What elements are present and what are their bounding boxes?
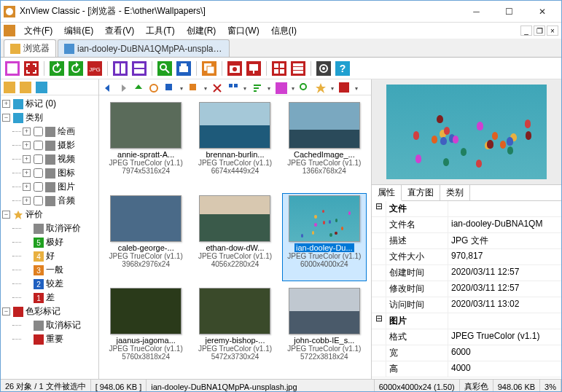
- tree-checkbox[interactable]: [34, 154, 43, 164]
- slideshow-button[interactable]: [245, 60, 262, 77]
- layout2-button[interactable]: [130, 60, 148, 77]
- tree-rating-item[interactable]: 1差: [1, 291, 98, 305]
- menu-window[interactable]: 窗口(W): [222, 23, 265, 39]
- menu-view[interactable]: 查看(V): [99, 23, 140, 39]
- tree-rating-item[interactable]: 4好: [1, 249, 98, 263]
- tree-categories[interactable]: −类别: [1, 111, 98, 125]
- thumbnail-item[interactable]: ethan-dow-dW... JPEG TrueColor (v1.1) 40…: [192, 193, 277, 282]
- tree-home-button[interactable]: [2, 81, 17, 94]
- thumbnail-grid[interactable]: annie-spratt-A... JPEG TrueColor (v1.1) …: [99, 95, 371, 379]
- tag-button[interactable]: [337, 81, 360, 95]
- multipage-button[interactable]: [200, 60, 218, 77]
- tree-fav-button[interactable]: [18, 81, 33, 94]
- tree-rating-item[interactable]: 3一般: [1, 263, 98, 277]
- mdi-restore[interactable]: ❐: [534, 26, 545, 36]
- tree-item-label: 差: [46, 291, 97, 304]
- close-button[interactable]: ✕: [526, 1, 558, 22]
- tree-cat-item[interactable]: +图片: [1, 180, 98, 194]
- tree-color-item[interactable]: 取消标记: [1, 318, 98, 332]
- capture-button[interactable]: [226, 60, 243, 77]
- tree-checkbox[interactable]: [34, 141, 43, 150]
- filter-button[interactable]: [273, 81, 297, 95]
- thumbnail-item[interactable]: ian-dooley-Du... JPEG TrueColor (v1.1) 6…: [282, 193, 367, 282]
- tree-checkbox[interactable]: [34, 182, 43, 192]
- menu-file[interactable]: 文件(F): [18, 23, 58, 39]
- prop-tab-categories[interactable]: 类别: [440, 185, 470, 200]
- nav-up-button[interactable]: [131, 81, 146, 95]
- refresh-button[interactable]: [147, 81, 161, 95]
- status-size1: [ 948.06 KB ]: [91, 380, 147, 392]
- tree-tags[interactable]: +标记 (0): [1, 97, 98, 111]
- tree-item-label: 取消标记: [46, 319, 97, 332]
- stack-view-button[interactable]: [289, 60, 307, 77]
- tab-browser[interactable]: 浏览器: [4, 39, 56, 57]
- jpeg-rotate-button[interactable]: JPG: [86, 60, 104, 77]
- preview-pane: [372, 79, 561, 185]
- tree-cat-item[interactable]: +音频: [1, 194, 98, 208]
- mdi-minimize[interactable]: _: [520, 26, 532, 36]
- mdi-close[interactable]: ×: [547, 26, 558, 36]
- grid-view-button[interactable]: [270, 60, 288, 77]
- nav-back-button[interactable]: [101, 81, 115, 95]
- minimize-button[interactable]: ─: [460, 1, 493, 22]
- thumbnail-item[interactable]: brennan-burlin... JPEG TrueColor (v1.1) …: [192, 100, 277, 189]
- svg-rect-54: [45, 154, 55, 165]
- svg-rect-56: [45, 182, 55, 192]
- sort-button[interactable]: [249, 81, 273, 95]
- prop-section-image[interactable]: ⊟图片: [372, 313, 561, 329]
- thumbnail-item[interactable]: CachedImage_... JPEG TrueColor (v1.1) 13…: [282, 100, 367, 189]
- svg-point-44: [322, 67, 325, 70]
- tab-file[interactable]: ian-dooley-DuBNA1QMpPA-unsplash....: [58, 39, 230, 57]
- menu-edit[interactable]: 编辑(E): [58, 23, 99, 39]
- rotate-right-button[interactable]: [67, 60, 85, 77]
- tree-cat-item[interactable]: +绘画: [1, 125, 98, 138]
- prop-tab-attrs[interactable]: 属性: [372, 185, 402, 201]
- view-mode-button[interactable]: [225, 81, 249, 95]
- menu-tools[interactable]: 工具(T): [140, 23, 180, 39]
- tree-checkbox[interactable]: [34, 127, 43, 136]
- search-button[interactable]: [156, 60, 173, 77]
- tree-cat-item[interactable]: +视频: [1, 152, 98, 166]
- tree-item-label: 绘画: [58, 125, 97, 138]
- print-button[interactable]: [175, 60, 192, 77]
- thumbnail-name: brennan-burlin...: [206, 150, 264, 159]
- tree-rating[interactable]: −评价: [1, 208, 98, 222]
- tree-color-item[interactable]: 重要: [1, 332, 98, 346]
- tree-color-label[interactable]: −色彩标记: [1, 305, 98, 318]
- fit-button[interactable]: [23, 60, 40, 77]
- tree-cat-item[interactable]: +图标: [1, 166, 98, 180]
- help-button[interactable]: ?: [334, 60, 351, 77]
- center-pane: annie-spratt-A... JPEG TrueColor (v1.1) …: [99, 79, 372, 379]
- delete-button[interactable]: [210, 81, 225, 95]
- category-icon: [45, 141, 55, 151]
- tree-cat-item[interactable]: +摄影: [1, 138, 98, 152]
- tree-tag-button[interactable]: [34, 81, 49, 94]
- prop-section-file[interactable]: ⊟文件: [372, 201, 561, 217]
- favorite-button[interactable]: [313, 81, 336, 95]
- tree-rating-item[interactable]: 5极好: [1, 235, 98, 249]
- copy-button[interactable]: [162, 81, 185, 95]
- thumbnail-name: caleb-george-...: [118, 243, 174, 252]
- thumbnail-item[interactable]: caleb-george-... JPEG TrueColor (v1.1) 3…: [104, 193, 188, 282]
- thumbnail-item[interactable]: jeremy-bishop-... JPEG TrueColor (v1.1) …: [192, 286, 277, 375]
- tree-checkbox[interactable]: [34, 196, 43, 205]
- menu-create[interactable]: 创建(R): [181, 23, 222, 39]
- rotate-left-button[interactable]: [48, 60, 66, 77]
- tree-rating-item[interactable]: 取消评价: [1, 222, 98, 235]
- thumbnail-dim: 5760x3818x24: [122, 353, 170, 361]
- fullscreen-button[interactable]: [4, 60, 21, 77]
- thumbnail-item[interactable]: annie-spratt-A... JPEG TrueColor (v1.1) …: [104, 100, 188, 189]
- maximize-button[interactable]: ☐: [493, 1, 526, 22]
- tree-rating-item[interactable]: 2较差: [1, 277, 98, 291]
- settings-button[interactable]: [315, 60, 332, 77]
- thumbnail-item[interactable]: jaanus-jagoma... JPEG TrueColor (v1.1) 5…: [104, 286, 188, 375]
- layout1-button[interactable]: [112, 60, 129, 77]
- tree-checkbox[interactable]: [34, 168, 43, 178]
- move-button[interactable]: [186, 81, 209, 95]
- nav-fwd-button[interactable]: [116, 81, 130, 95]
- thumbnail-item[interactable]: john-cobb-IE_s... JPEG TrueColor (v1.1) …: [282, 286, 367, 375]
- app-menu-icon: [4, 25, 15, 36]
- search-thumbs-button[interactable]: [297, 81, 312, 95]
- menu-info[interactable]: 信息(I): [265, 23, 303, 39]
- prop-tab-histogram[interactable]: 直方图: [402, 185, 440, 200]
